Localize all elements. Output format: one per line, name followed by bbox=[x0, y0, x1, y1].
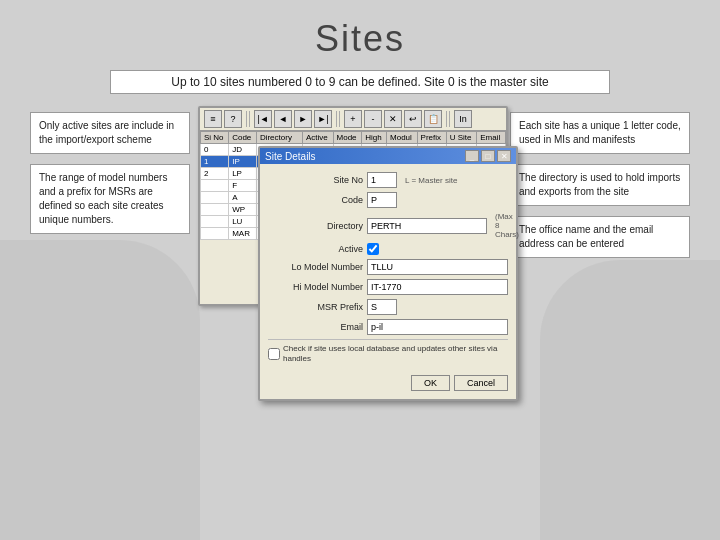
page-title: Sites bbox=[0, 0, 720, 60]
input-directory[interactable] bbox=[367, 218, 487, 234]
toolbar-btn-last[interactable]: ►| bbox=[314, 110, 332, 128]
checkbox-local-db[interactable] bbox=[268, 348, 280, 360]
col-header-directory: Directory bbox=[256, 132, 302, 144]
toolbar-btn-next[interactable]: ► bbox=[294, 110, 312, 128]
dialog-close-btn[interactable]: ✕ bbox=[497, 150, 511, 162]
cell-code: WP bbox=[229, 204, 257, 216]
dialog-minimize-btn[interactable]: _ bbox=[465, 150, 479, 162]
col-header-usite: U Site bbox=[446, 132, 477, 144]
dialog-footer-text: Check if site uses local database and up… bbox=[268, 339, 508, 369]
toolbar-btn-undo[interactable]: ↩ bbox=[404, 110, 422, 128]
label-lomodel: Lo Model Number bbox=[268, 262, 363, 272]
dialog-titlebar-buttons: _ □ ✕ bbox=[465, 150, 511, 162]
label-directory: Directory bbox=[268, 221, 363, 231]
cell-code: JD bbox=[229, 144, 257, 156]
callout-model-range: The range of model numbers and a prefix … bbox=[30, 164, 190, 234]
col-header-siteno: Si No bbox=[201, 132, 229, 144]
ok-cancel-row: OK Cancel bbox=[268, 375, 508, 391]
cell-siteno: 2 bbox=[201, 168, 229, 180]
form-row-siteno: Site No L = Master site bbox=[268, 172, 508, 188]
footer-label: Check if site uses local database and up… bbox=[283, 344, 508, 365]
toolbar-btn-first[interactable]: |◄ bbox=[254, 110, 272, 128]
col-header-email: Email bbox=[477, 132, 506, 144]
label-code: Code bbox=[268, 195, 363, 205]
col-header-module: Modul bbox=[387, 132, 418, 144]
input-code[interactable] bbox=[367, 192, 397, 208]
toolbar-separator-1 bbox=[246, 111, 250, 127]
cell-siteno bbox=[201, 216, 229, 228]
col-header-prefix: Prefix bbox=[417, 132, 446, 144]
label-himodel: Hi Model Number bbox=[268, 282, 363, 292]
edit-dialog: Site Details _ □ ✕ Site No L = Master si… bbox=[258, 146, 518, 401]
toolbar-btn-copy[interactable]: 📋 bbox=[424, 110, 442, 128]
form-row-directory: Directory (Max 8 Chars) bbox=[268, 212, 508, 239]
toolbar-btn-close[interactable]: ✕ bbox=[384, 110, 402, 128]
dialog-body: Site No L = Master site Code Directory (… bbox=[260, 164, 516, 399]
checkbox-active[interactable] bbox=[367, 243, 379, 255]
active-checkbox-row bbox=[367, 243, 379, 255]
cell-code: MAR bbox=[229, 228, 257, 240]
form-row-code: Code bbox=[268, 192, 508, 208]
cell-siteno bbox=[201, 192, 229, 204]
toolbar-btn-help[interactable]: ? bbox=[224, 110, 242, 128]
windows-area: ≡ ? |◄ ◄ ► ►| + - ✕ ↩ 📋 In bbox=[198, 106, 502, 446]
toolbar-separator-3 bbox=[446, 111, 450, 127]
col-header-code: Code bbox=[229, 132, 257, 144]
form-row-active: Active bbox=[268, 243, 508, 255]
col-header-active: Active bbox=[302, 132, 333, 144]
cell-siteno: 1 bbox=[201, 156, 229, 168]
cell-code: LU bbox=[229, 216, 257, 228]
footer-checkbox-row: Check if site uses local database and up… bbox=[268, 344, 508, 365]
form-row-email: Email bbox=[268, 319, 508, 335]
toolbar: ≡ ? |◄ ◄ ► ►| + - ✕ ↩ 📋 In bbox=[200, 108, 506, 131]
input-msrprefix[interactable] bbox=[367, 299, 397, 315]
toolbar-btn-menu[interactable]: ≡ bbox=[204, 110, 222, 128]
toolbar-btn-delete[interactable]: - bbox=[364, 110, 382, 128]
left-callouts: Only active sites are include in the imp… bbox=[30, 112, 190, 450]
content-area: Only active sites are include in the imp… bbox=[30, 102, 690, 450]
cell-siteno bbox=[201, 228, 229, 240]
form-row-lomodel: Lo Model Number bbox=[268, 259, 508, 275]
directory-hint: (Max 8 Chars) bbox=[495, 212, 519, 239]
toolbar-btn-in[interactable]: In bbox=[454, 110, 472, 128]
callout-active-sites: Only active sites are include in the imp… bbox=[30, 112, 190, 154]
form-row-msrprefix: MSR Prefix bbox=[268, 299, 508, 315]
cell-siteno: 0 bbox=[201, 144, 229, 156]
cell-siteno bbox=[201, 180, 229, 192]
label-siteno: Site No bbox=[268, 175, 363, 185]
form-row-himodel: Hi Model Number bbox=[268, 279, 508, 295]
col-header-high: High bbox=[362, 132, 387, 144]
label-email: Email bbox=[268, 322, 363, 332]
input-himodel[interactable] bbox=[367, 279, 508, 295]
cell-code: F bbox=[229, 180, 257, 192]
label-msrprefix: MSR Prefix bbox=[268, 302, 363, 312]
toolbar-btn-add[interactable]: + bbox=[344, 110, 362, 128]
cell-code: A bbox=[229, 192, 257, 204]
cancel-button[interactable]: Cancel bbox=[454, 375, 508, 391]
ok-button[interactable]: OK bbox=[411, 375, 450, 391]
callout-office-email: The office name and the email address ca… bbox=[510, 216, 690, 258]
toolbar-btn-prev[interactable]: ◄ bbox=[274, 110, 292, 128]
cell-siteno bbox=[201, 204, 229, 216]
toolbar-separator-2 bbox=[336, 111, 340, 127]
label-active: Active bbox=[268, 244, 363, 254]
input-siteno[interactable] bbox=[367, 172, 397, 188]
cell-code: LP bbox=[229, 168, 257, 180]
subtitle-box: Up to 10 sites numbered 0 to 9 can be de… bbox=[110, 70, 610, 94]
siteno-hint: L = Master site bbox=[405, 176, 457, 185]
dialog-title: Site Details bbox=[265, 151, 316, 162]
page-background: Sites Up to 10 sites numbered 0 to 9 can… bbox=[0, 0, 720, 540]
cell-code: IP bbox=[229, 156, 257, 168]
callout-letter-code: Each site has a unique 1 letter code, us… bbox=[510, 112, 690, 154]
right-callouts: Each site has a unique 1 letter code, us… bbox=[510, 112, 690, 450]
dialog-maximize-btn[interactable]: □ bbox=[481, 150, 495, 162]
col-header-mode: Mode bbox=[333, 132, 362, 144]
dialog-titlebar: Site Details _ □ ✕ bbox=[260, 148, 516, 164]
input-email[interactable] bbox=[367, 319, 508, 335]
input-lomodel[interactable] bbox=[367, 259, 508, 275]
callout-directory: The directory is used to hold imports an… bbox=[510, 164, 690, 206]
